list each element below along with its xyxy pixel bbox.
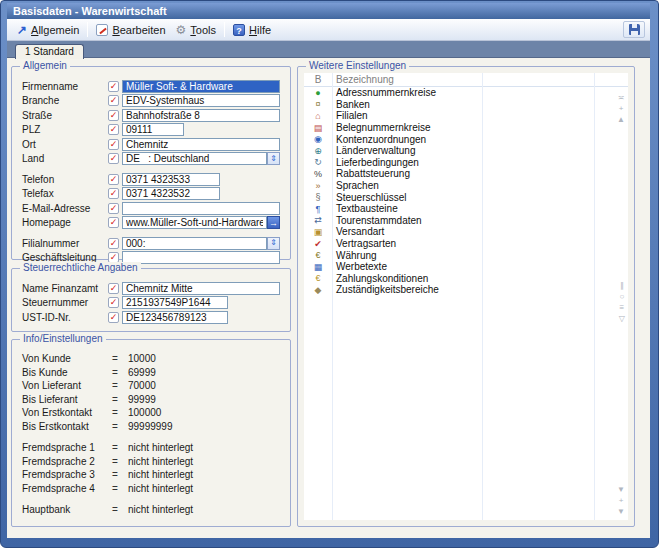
- list-item[interactable]: ⊕Länderverwaltung: [304, 145, 628, 157]
- list-item[interactable]: ▣Versandart: [304, 226, 628, 238]
- scroll-down-icon[interactable]: ▼: [617, 485, 625, 494]
- field-label: Telefon: [22, 174, 108, 185]
- info-label: Hauptbank: [22, 504, 112, 515]
- field-label: PLZ: [22, 124, 108, 135]
- field-row: Filialnummer✓⇕: [22, 236, 284, 251]
- list-item[interactable]: ▤Belegnummernkreise: [304, 122, 628, 134]
- dropdown-button[interactable]: ⇕: [267, 237, 280, 250]
- edit-check-icon[interactable]: ✓: [108, 188, 119, 199]
- telefax-field[interactable]: [122, 187, 220, 200]
- name-finanzamt-field[interactable]: [122, 282, 280, 295]
- field-label: Name Finanzamt: [22, 283, 108, 294]
- list-item-label: Adressnummernkreise: [332, 87, 436, 98]
- edit-check-icon[interactable]: ✓: [108, 110, 119, 121]
- info-value: 99999999: [128, 421, 173, 432]
- info-groupbox: Info/Einstellungen Von Kunde=10000Bis Ku…: [11, 339, 291, 527]
- scroll-up-icon[interactable]: ▲: [617, 115, 625, 124]
- filter-icon[interactable]: ▽: [619, 314, 625, 323]
- edit-check-icon[interactable]: ✓: [108, 81, 119, 92]
- open-link-button[interactable]: →: [267, 216, 280, 229]
- telefon-field[interactable]: [122, 173, 220, 186]
- steuernummer-field[interactable]: [122, 296, 228, 309]
- list-item[interactable]: §Steuerschlüssel: [304, 191, 628, 203]
- column-header-bezeichnung[interactable]: Bezeichnung: [332, 74, 394, 85]
- scroll-bottom-icon[interactable]: ▼: [617, 507, 625, 516]
- currency-icon: €: [304, 250, 332, 260]
- edit-check-icon[interactable]: ✓: [108, 297, 119, 308]
- ort-field[interactable]: [122, 138, 280, 151]
- gesch-ftsleitung-field[interactable]: [122, 251, 280, 264]
- menu-tools[interactable]: ⚙ Tools: [171, 22, 221, 38]
- column-header-b[interactable]: B: [304, 74, 332, 85]
- dropdown-button[interactable]: ⇕: [267, 152, 280, 165]
- edit-check-icon[interactable]: ✓: [108, 95, 119, 106]
- land-field[interactable]: [122, 152, 267, 165]
- info-row: Fremdsprache 3=nicht hinterlegt: [22, 468, 284, 482]
- ust-id-nr-field[interactable]: [122, 311, 228, 324]
- list-item[interactable]: »Sprachen: [304, 180, 628, 192]
- edit-check-icon[interactable]: ✓: [108, 203, 119, 214]
- list-item[interactable]: ✔Vertragsarten: [304, 238, 628, 250]
- homepage-field[interactable]: [122, 216, 267, 229]
- edit-check-icon[interactable]: ✓: [108, 238, 119, 249]
- list-item[interactable]: ▦Werbetexte: [304, 261, 628, 273]
- column-divider: [594, 73, 595, 520]
- steuer-groupbox: Steuerrechtliche Angaben Name Finanzamt✓…: [11, 268, 291, 332]
- save-button[interactable]: [623, 21, 645, 38]
- column-divider: [482, 73, 483, 520]
- field-row: Ort✓: [22, 137, 284, 152]
- list-item[interactable]: ◉Kontenzuordnungen: [304, 133, 628, 145]
- list-item[interactable]: ¤Banken: [304, 99, 628, 111]
- list-item[interactable]: ↻Lieferbedingungen: [304, 157, 628, 169]
- plz-field[interactable]: [122, 123, 184, 136]
- edit-check-icon[interactable]: ✓: [108, 139, 119, 150]
- search-icon[interactable]: ○: [620, 292, 625, 301]
- list-item[interactable]: ●Adressnummernkreise: [304, 87, 628, 99]
- list-item[interactable]: ◆Zuständigkeitsbereiche: [304, 284, 628, 296]
- add-icon[interactable]: +: [619, 496, 624, 505]
- menu-bearbeiten[interactable]: Bearbeiten: [91, 22, 170, 38]
- stra-e-field[interactable]: [122, 109, 280, 122]
- list-item[interactable]: €Währung: [304, 249, 628, 261]
- allgemein-groupbox: Allgemein Firmenname✓Branche✓Straße✓PLZ✓…: [11, 66, 291, 260]
- field-label: Filialnummer: [22, 238, 108, 249]
- responsibility-areas-icon: ◆: [304, 285, 332, 295]
- scroll-top-icon[interactable]: ≍: [618, 93, 625, 102]
- list-item[interactable]: ¶Textbausteine: [304, 203, 628, 215]
- edit-check-icon[interactable]: ✓: [108, 312, 119, 323]
- info-label: Bis Lieferant: [22, 394, 112, 405]
- list-item[interactable]: €Zahlungskonditionen: [304, 273, 628, 285]
- add-row-icon[interactable]: +: [619, 104, 624, 113]
- list-item-label: Rabattsteuerung: [332, 168, 410, 179]
- equals-sign: =: [112, 353, 128, 364]
- info-label: Bis Erstkontakt: [22, 421, 112, 432]
- edit-check-icon[interactable]: ✓: [108, 174, 119, 185]
- discount-control-icon: %: [304, 169, 332, 179]
- list-item[interactable]: %Rabattsteuerung: [304, 168, 628, 180]
- field-label: Straße: [22, 110, 108, 121]
- firmenname-field[interactable]: [122, 80, 280, 93]
- tab-standard[interactable]: 1 Standard: [15, 44, 84, 59]
- groupbox-title: Steuerrechtliche Angaben: [20, 262, 141, 273]
- languages-icon: »: [304, 181, 332, 191]
- edit-icon: [96, 24, 108, 36]
- sort-icon[interactable]: ≡: [620, 303, 625, 312]
- edit-check-icon[interactable]: ✓: [108, 283, 119, 294]
- menu-hilfe[interactable]: ? Hilfe: [228, 22, 276, 38]
- edit-check-icon[interactable]: ✓: [108, 124, 119, 135]
- edit-check-icon[interactable]: ✓: [108, 217, 119, 228]
- menu-toolbar: ↗ Allgemein Bearbeiten ⚙ Tools ? Hilfe: [7, 19, 650, 41]
- window-title: Basisdaten - Warenwirtschaft: [13, 5, 167, 17]
- help-icon: ?: [233, 24, 245, 36]
- list-item[interactable]: ⌂Filialen: [304, 110, 628, 122]
- field-label: Homepage: [22, 217, 108, 228]
- field-label: Ort: [22, 139, 108, 150]
- filialnummer-field[interactable]: [122, 237, 267, 250]
- clip-icon[interactable]: ∥: [620, 281, 624, 290]
- e-mail-adresse-field[interactable]: [122, 202, 280, 215]
- edit-check-icon[interactable]: ✓: [108, 153, 119, 164]
- list-item[interactable]: ⇄Tourenstammdaten: [304, 215, 628, 227]
- branche-field[interactable]: [122, 94, 280, 107]
- groupbox-title: Allgemein: [20, 60, 70, 71]
- menu-allgemein[interactable]: ↗ Allgemein: [12, 22, 84, 38]
